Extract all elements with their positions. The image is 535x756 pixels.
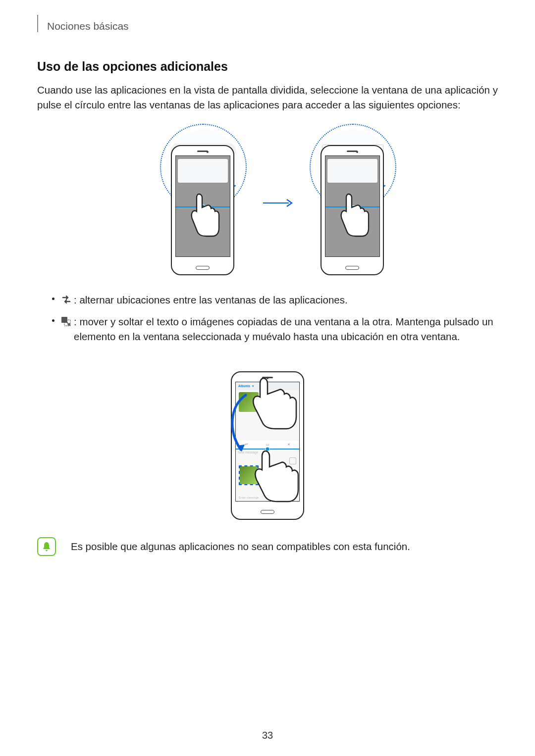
note-bell-icon xyxy=(37,537,56,556)
figure-split-options: ⮂ ▭⇲ ⤢ ⤡ ✕ xyxy=(37,127,498,275)
bullet-dot xyxy=(52,298,54,300)
enter-message-label: Enter message xyxy=(239,496,259,499)
drag-arrow-icon xyxy=(227,391,252,455)
albums-label: Albums xyxy=(238,384,250,388)
phone-illustration-drag: Albums ▾ ⮂ ▭ ✕ New message xyxy=(218,356,317,520)
attach-icon xyxy=(289,457,296,464)
drop-target xyxy=(239,465,259,485)
phone-illustration-right: ⮂ ▭⇲ ⤢ ⤡ ✕ xyxy=(313,127,392,275)
figure-drag-content: Albums ▾ ⮂ ▭ ✕ New message xyxy=(37,356,498,520)
intro-paragraph: Cuando use las aplicaciones en la vista … xyxy=(37,83,498,112)
svg-rect-1 xyxy=(61,317,67,323)
list-item: : mover y soltar el texto o imágenes cop… xyxy=(52,314,498,344)
note-text: Es posible que algunas aplicaciones no s… xyxy=(71,541,410,553)
arrow-right-icon xyxy=(262,190,293,212)
list-item-text: : alternar ubicaciones entre las ventana… xyxy=(74,294,348,305)
page-header: Nociones básicas xyxy=(37,15,498,32)
drag-content-icon xyxy=(61,315,72,325)
note-box: Es posible que algunas aplicaciones no s… xyxy=(37,537,498,556)
page-number: 33 xyxy=(0,730,535,741)
phone-illustration-left xyxy=(163,127,242,275)
close-icon: ✕ xyxy=(287,443,290,447)
list-item-text: : mover y soltar el texto o imágenes cop… xyxy=(74,316,493,342)
options-list: : alternar ubicaciones entre las ventana… xyxy=(37,293,498,344)
swap-windows-icon xyxy=(61,294,72,303)
phone-screen xyxy=(175,155,230,257)
breadcrumb: Nociones básicas xyxy=(47,20,129,32)
bullet-dot xyxy=(52,319,54,322)
list-item: : alternar ubicaciones entre las ventana… xyxy=(52,293,498,307)
phone-screen xyxy=(325,155,380,257)
drag-copy-icon: ▭ xyxy=(266,443,269,447)
section-title: Uso de las opciones adicionales xyxy=(37,59,498,74)
